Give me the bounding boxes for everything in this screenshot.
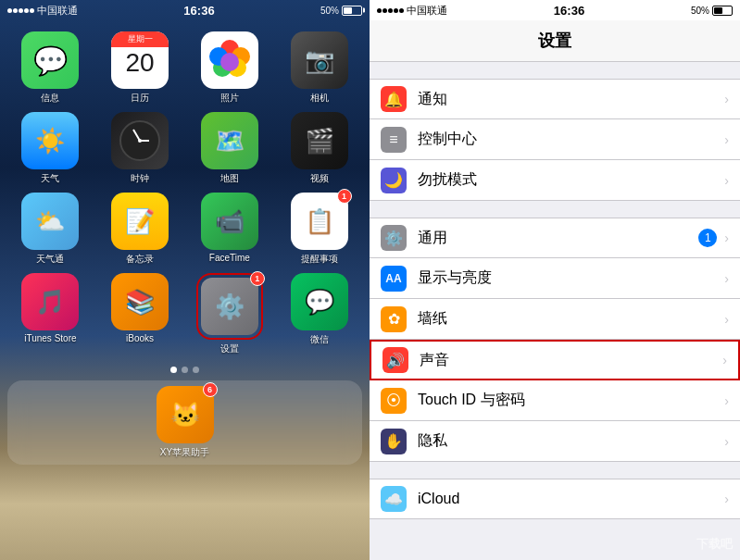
signal-icon xyxy=(7,8,34,13)
settings-row-notify[interactable]: 🔔通知› xyxy=(370,79,740,119)
app-label-videos: 视频 xyxy=(310,172,329,185)
app-icon-weather2[interactable]: ⛅天气通 xyxy=(9,193,92,266)
chevron-icon-general: › xyxy=(724,230,729,245)
chevron-icon-notify: › xyxy=(724,92,729,106)
settings-icon-dnd: 🌙 xyxy=(381,168,407,193)
app-icon-itunes[interactable]: 🎵iTunes Store xyxy=(9,273,92,355)
app-icon-facetime[interactable]: 📹FaceTime xyxy=(189,193,271,266)
app-icon-videos[interactable]: 🎬视频 xyxy=(278,112,360,185)
app-icon-calendar[interactable]: 星期一 20 日历 xyxy=(99,31,182,105)
left-status-bar: 中国联通 16:36 50% xyxy=(0,0,370,20)
app-label-info: 信息 xyxy=(41,92,59,105)
app-icon-info[interactable]: 💬信息 xyxy=(9,31,92,105)
page-dots xyxy=(0,363,370,377)
app-grid: 💬信息 星期一 20 日历 照片📷相机☀️天气 时钟🗺️地图🎬视频⛅天气通📝备忘… xyxy=(0,24,370,363)
settings-icon-display: AA xyxy=(381,266,407,292)
settings-section-0: 🔔通知›≡控制中心›🌙勿扰模式› xyxy=(370,79,740,201)
app-icon-weather[interactable]: ☀️天气 xyxy=(9,112,92,185)
settings-icon-control: ≡ xyxy=(381,127,407,153)
chevron-icon-dnd: › xyxy=(724,173,729,188)
app-label-calendar: 日历 xyxy=(131,92,149,105)
right-signal-icon xyxy=(377,8,404,13)
settings-label-notify: 通知 xyxy=(418,90,724,109)
chevron-icon-display: › xyxy=(724,271,729,286)
app-icon-notes[interactable]: 📝备忘录 xyxy=(99,193,182,266)
app-label-weather2: 天气通 xyxy=(36,253,64,266)
settings-icon-wallpaper: ✿ xyxy=(381,306,407,332)
settings-label-control: 控制中心 xyxy=(418,130,724,149)
settings-row-dnd[interactable]: 🌙勿扰模式› xyxy=(370,160,740,201)
settings-row-icloud[interactable]: ☁️iCloud› xyxy=(370,479,740,519)
settings-icon-icloud: ☁️ xyxy=(381,486,407,512)
settings-section-1: ⚙️通用1›AA显示与亮度›✿墙纸›🔊声音›⦿Touch ID 与密码›✋隐私› xyxy=(370,218,740,462)
settings-label-display: 显示与亮度 xyxy=(418,268,724,288)
settings-label-sound: 声音 xyxy=(420,351,722,370)
settings-list: 🔔通知›≡控制中心›🌙勿扰模式›⚙️通用1›AA显示与亮度›✿墙纸›🔊声音›⦿T… xyxy=(370,62,740,560)
carrier-right: 中国联通 xyxy=(407,4,447,18)
app-label-maps: 地图 xyxy=(220,172,239,185)
battery-icon-right xyxy=(712,6,733,16)
app-icon-clock[interactable]: 时钟 xyxy=(99,112,182,185)
settings-header: 设置 xyxy=(370,20,740,62)
time-right: 16:36 xyxy=(554,4,584,18)
settings-label-general: 通用 xyxy=(418,229,698,248)
battery-icon-left xyxy=(342,6,362,16)
battery-percent-left: 50% xyxy=(320,6,339,16)
battery-percent-right: 50% xyxy=(691,6,709,16)
app-icon-settings[interactable]: ⚙️ 1 设置 xyxy=(189,273,271,355)
app-label-clock: 时钟 xyxy=(131,172,149,185)
app-icon-maps[interactable]: 🗺️地图 xyxy=(189,112,271,185)
settings-row-display[interactable]: AA显示与亮度› xyxy=(370,258,740,299)
right-status-right: 50% xyxy=(691,6,733,16)
app-icon-wechat[interactable]: 💬微信 xyxy=(278,273,360,355)
app-label-settings: 设置 xyxy=(220,342,239,355)
time-left: 16:36 xyxy=(183,4,214,18)
settings-section-2: ☁️iCloud› xyxy=(370,479,740,519)
settings-label-wallpaper: 墙纸 xyxy=(418,309,724,329)
app-icon-ibooks[interactable]: 📚iBooks xyxy=(99,273,182,355)
chevron-icon-privacy: › xyxy=(724,434,729,449)
chevron-icon-control: › xyxy=(724,132,729,147)
settings-row-control[interactable]: ≡控制中心› xyxy=(370,119,740,160)
carrier-left: 中国联通 xyxy=(37,4,78,18)
left-status-left: 中国联通 xyxy=(7,4,78,18)
settings-row-wallpaper[interactable]: ✿墙纸› xyxy=(370,299,740,340)
settings-icon-privacy: ✋ xyxy=(381,429,407,454)
settings-row-sound[interactable]: 🔊声音› xyxy=(370,340,740,380)
app-icon-reminders[interactable]: 📋1提醒事项 xyxy=(278,193,360,266)
settings-title: 设置 xyxy=(538,31,571,50)
app-label-itunes: iTunes Store xyxy=(24,333,76,343)
chevron-icon-touchid: › xyxy=(724,393,729,408)
settings-label-touchid: Touch ID 与密码 xyxy=(418,391,724,410)
app-label-facetime: FaceTime xyxy=(209,253,250,263)
right-phone: 中国联通 16:36 50% 设置 🔔通知›≡控制中心›🌙勿扰模式›⚙️通用1›… xyxy=(370,0,740,560)
chevron-icon-icloud: › xyxy=(724,492,729,506)
app-label-weather: 天气 xyxy=(41,172,59,185)
dock-app-xy[interactable]: 🐱6XY苹果助手 xyxy=(157,386,214,459)
watermark: 下载吧 xyxy=(696,536,733,553)
chevron-icon-sound: › xyxy=(722,353,727,367)
app-label-camera: 相机 xyxy=(310,92,329,105)
left-phone: 中国联通 16:36 50% 💬信息 星期一 20 日历 照片📷相机☀️天气 xyxy=(0,0,370,560)
settings-badge-general: 1 xyxy=(698,229,717,247)
app-label-notes: 备忘录 xyxy=(126,253,154,266)
app-label-ibooks: iBooks xyxy=(126,333,154,343)
app-label-photos: 照片 xyxy=(220,92,239,105)
settings-label-dnd: 勿扰模式 xyxy=(418,170,724,190)
settings-label-privacy: 隐私 xyxy=(418,431,724,451)
settings-row-privacy[interactable]: ✋隐私› xyxy=(370,421,740,462)
left-status-right: 50% xyxy=(320,6,362,16)
right-status-left: 中国联通 xyxy=(377,4,447,18)
settings-row-general[interactable]: ⚙️通用1› xyxy=(370,218,740,258)
settings-icon-general: ⚙️ xyxy=(381,225,407,251)
settings-row-touchid[interactable]: ⦿Touch ID 与密码› xyxy=(370,380,740,421)
app-label-reminders: 提醒事项 xyxy=(301,253,338,266)
settings-icon-touchid: ⦿ xyxy=(381,388,407,414)
settings-icon-sound: 🔊 xyxy=(383,347,408,373)
app-icon-photos[interactable]: 照片 xyxy=(189,31,271,105)
app-icon-camera[interactable]: 📷相机 xyxy=(278,31,360,105)
settings-label-icloud: iCloud xyxy=(418,491,724,507)
app-label-wechat: 微信 xyxy=(310,333,329,346)
dock: 🐱6XY苹果助手 xyxy=(7,380,362,465)
chevron-icon-wallpaper: › xyxy=(724,312,729,327)
